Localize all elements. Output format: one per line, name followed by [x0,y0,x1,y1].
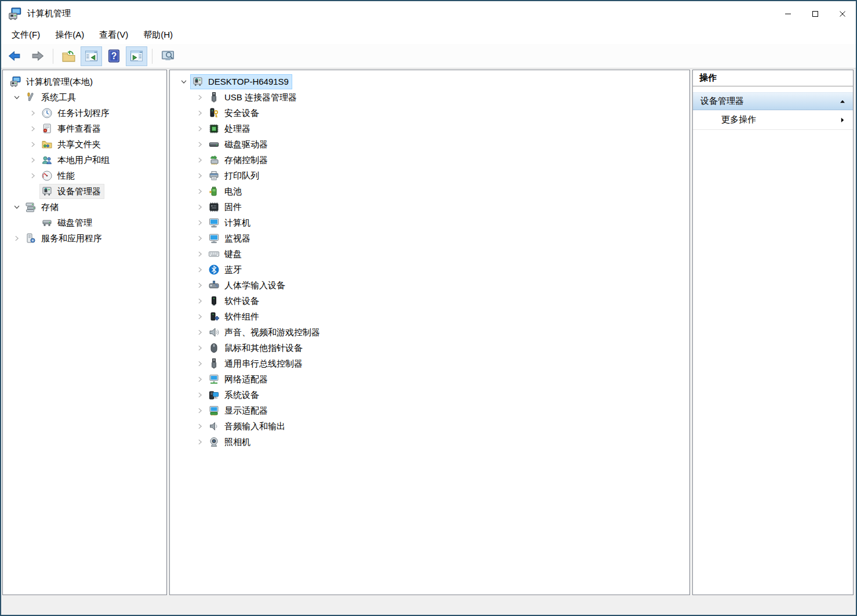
chevron-right-icon[interactable] [193,296,207,306]
system-device-icon [208,389,220,401]
tree-item-device-manager[interactable]: 设备管理器 [3,183,166,199]
security-icon [208,107,220,119]
tree-item-audio-inputs-outputs[interactable]: 音频输入和输出 [170,418,689,434]
tree-item-storage[interactable]: 存储 [3,199,166,215]
close-button[interactable] [829,1,856,26]
help-button[interactable]: ? [103,46,125,66]
tree-item-keyboards[interactable]: 键盘 [170,246,689,262]
more-actions-item[interactable]: 更多操作 [693,110,853,130]
tree-item-processors[interactable]: 处理器 [170,121,689,136]
chevron-down-icon[interactable] [10,202,24,212]
chevron-right-icon[interactable] [26,124,40,133]
action-section-device-manager[interactable]: 设备管理器 [693,92,853,110]
tree-item-software-components[interactable]: 软件组件 [170,309,689,324]
show-action-pane-button[interactable] [126,46,147,66]
tree-item-mice-pointing[interactable]: 鼠标和其他指针设备 [170,340,689,356]
menu-action[interactable]: 操作(A) [48,27,92,43]
remote-computer-button[interactable] [157,46,179,66]
action-section-label: 设备管理器 [700,96,744,107]
tree-item-sound-video-game[interactable]: 声音、视频和游戏控制器 [170,324,689,340]
chevron-right-icon[interactable] [193,202,207,212]
menu-help[interactable]: 帮助(H) [136,27,180,43]
tree-item-desktop-root[interactable]: DESKTOP-H6491S9 [170,74,689,89]
chevron-right-icon[interactable] [193,422,207,431]
tree-item-shared-folders[interactable]: 共享文件夹 [3,136,166,152]
menu-file[interactable]: 文件(F) [4,27,48,43]
chevron-right-icon[interactable] [193,328,207,337]
tree-item-disk-drives[interactable]: 磁盘驱动器 [170,136,689,152]
chevron-right-icon[interactable] [193,108,207,118]
chevron-right-icon[interactable] [193,265,207,274]
chevron-down-icon[interactable] [10,93,24,102]
tree-item-local-users-groups[interactable]: 本地用户和组 [3,152,166,168]
tree-item-storage-controllers[interactable]: 存储控制器 [170,152,689,168]
performance-icon [41,170,53,182]
tree-item-security-devices[interactable]: 安全设备 [170,105,689,121]
tree-item-event-viewer[interactable]: 事件查看器 [3,121,166,136]
chevron-right-icon[interactable] [193,390,207,400]
actions-header-label: 操作 [699,73,717,84]
show-console-tree-button[interactable] [81,46,102,66]
tree-item-usb-controllers[interactable]: 通用串行总线控制器 [170,356,689,371]
chevron-right-icon[interactable] [10,234,24,243]
chevron-right-icon[interactable] [193,171,207,180]
menu-view[interactable]: 查看(V) [92,27,136,43]
tree-item-cameras[interactable]: 照相机 [170,434,689,450]
back-button[interactable] [4,46,26,66]
chevron-right-icon[interactable] [193,218,207,227]
tree-item-usb-connector-manager[interactable]: USB 连接器管理器 [170,89,689,105]
forward-button[interactable] [27,46,48,66]
tree-item-system-devices[interactable]: 系统设备 [170,387,689,403]
tree-item-label: 软件组件 [224,311,259,323]
maximize-button[interactable] [801,1,829,26]
tree-item-label: 声音、视频和游戏控制器 [224,327,320,338]
minimize-button[interactable] [774,1,801,26]
tree-item-services-apps[interactable]: 服务和应用程序 [3,230,166,246]
chevron-right-icon[interactable] [193,406,207,415]
tree-item-batteries[interactable]: 电池 [170,183,689,199]
chevron-right-icon[interactable] [193,124,207,133]
chevron-right-icon[interactable] [193,375,207,384]
chevron-down-icon[interactable] [177,77,191,86]
tree-item-system-tools[interactable]: 系统工具 [3,89,166,105]
chevron-right-icon[interactable] [193,281,207,290]
storage-icon [25,201,37,213]
tree-item-body: 磁盘驱动器 [207,137,271,151]
tree-item-disk-management[interactable]: 磁盘管理 [3,215,166,230]
tree-item-label: 安全设备 [224,107,259,119]
chevron-right-icon[interactable] [193,437,207,447]
tree-item-firmware[interactable]: 固件 [170,199,689,215]
chevron-right-icon[interactable] [193,359,207,368]
tree-item-network-adapters[interactable]: 网络适配器 [170,371,689,387]
tree-item-computer-management-local[interactable]: 计算机管理(本地) [3,74,166,89]
chevron-right-icon[interactable] [26,108,40,118]
chevron-right-icon[interactable] [26,171,40,180]
svg-text:?: ? [111,51,117,61]
tree-item-software-devices[interactable]: 软件设备 [170,293,689,309]
chevron-right-icon[interactable] [193,312,207,321]
chevron-right-icon[interactable] [193,93,207,102]
chevron-right-icon[interactable] [193,140,207,149]
tree-item-monitors[interactable]: 监视器 [170,230,689,246]
tree-item-performance[interactable]: 性能 [3,168,166,183]
camera-icon [208,436,220,448]
chevron-right-icon[interactable] [193,187,207,196]
tree-item-label: 鼠标和其他指针设备 [224,342,303,354]
chevron-right-icon[interactable] [193,234,207,243]
collapse-section-icon[interactable] [840,96,845,106]
export-list-button[interactable] [58,46,79,66]
tree-item-computer[interactable]: 计算机 [170,215,689,230]
tree-item-hid-devices[interactable]: 人体学输入设备 [170,277,689,293]
tree-item-bluetooth[interactable]: 蓝牙 [170,262,689,277]
keyboard-icon [208,248,220,260]
help-icon: ? [107,49,121,63]
tree-item-task-scheduler[interactable]: 任务计划程序 [3,105,166,121]
chevron-right-icon[interactable] [193,343,207,353]
chevron-right-icon[interactable] [26,140,40,149]
chevron-right-icon[interactable] [26,155,40,165]
computer-management-icon [8,7,22,21]
chevron-right-icon[interactable] [193,249,207,259]
chevron-right-icon[interactable] [193,155,207,165]
tree-item-display-adapters[interactable]: 显示适配器 [170,403,689,418]
tree-item-print-queues[interactable]: 打印队列 [170,168,689,183]
